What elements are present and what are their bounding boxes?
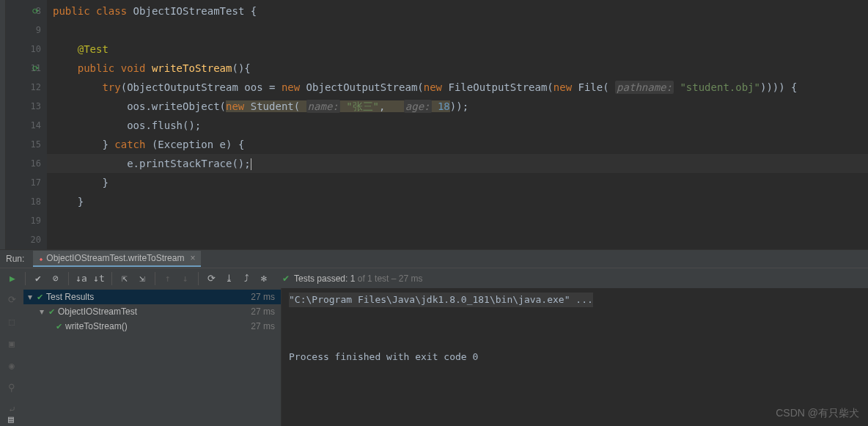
tree-time: 27 ms xyxy=(251,292,275,302)
tree-root[interactable]: ▾ ✔ Test Results 27 ms xyxy=(23,290,281,304)
stop-icon[interactable]: ⬚ xyxy=(4,313,20,329)
run-gutter-icon[interactable]: ⟳ xyxy=(32,7,39,16)
code-text: e.printStackTrace(); xyxy=(127,158,251,169)
line-number: 16 xyxy=(31,158,41,169)
keyword: new xyxy=(424,81,442,93)
code-text: , xyxy=(379,100,404,112)
check-icon: ✔ xyxy=(48,307,55,317)
code-text: Student( xyxy=(244,100,306,112)
history-icon[interactable]: ⟳ xyxy=(203,271,219,287)
prev-failed-icon[interactable]: ↑ xyxy=(160,271,176,287)
sort-duration-icon[interactable]: ↓t xyxy=(91,271,107,287)
line-number: 18 xyxy=(31,197,41,207)
keyword: public xyxy=(53,5,90,17)
check-icon: ✔ xyxy=(282,273,290,284)
line-number: 17 xyxy=(31,177,41,188)
next-failed-icon[interactable]: ↓ xyxy=(177,271,194,287)
line-number: 19 xyxy=(31,216,41,226)
chevron-down-icon[interactable]: ▾ xyxy=(40,306,48,317)
check-icon: ✔ xyxy=(37,293,43,302)
test-tree[interactable]: ▾ ✔ Test Results 27 ms ▾ ✔ ObjectIOStrea… xyxy=(23,288,282,426)
line-number: 20 xyxy=(31,235,41,245)
console-exit: Process finished with exit code 0 xyxy=(289,350,861,364)
tree-label: ObjectIOStreamTest xyxy=(58,306,137,317)
chevron-down-icon[interactable]: ▾ xyxy=(28,292,37,302)
rerun-icon[interactable]: ▶ xyxy=(4,271,21,287)
export-icon[interactable]: ⤴ xyxy=(238,271,254,287)
keyword: void xyxy=(121,62,146,74)
tree-method[interactable]: ✔ writeToStream() 27 ms xyxy=(23,319,281,334)
code-text: } xyxy=(102,139,114,150)
layout-icon[interactable]: ▣ xyxy=(4,335,20,351)
code-text: } xyxy=(102,177,108,188)
code-text: (Exception e) { xyxy=(145,139,244,150)
code-text: (ObjectOutputStream oos = xyxy=(121,81,282,93)
collapse-all-icon[interactable]: ⇲ xyxy=(134,271,150,287)
number-literal: 18 xyxy=(432,100,450,112)
param-hint: pathname: xyxy=(615,81,674,94)
code-text: } xyxy=(78,196,84,208)
line-number: 15 xyxy=(31,139,41,150)
status-passed: Tests passed: 1 xyxy=(294,273,355,284)
keyword: new xyxy=(553,81,572,93)
debug-icon[interactable]: ⟳ xyxy=(4,291,20,307)
gear-icon[interactable]: ✻ xyxy=(256,271,272,287)
pin-icon[interactable]: ⚲ xyxy=(4,379,20,395)
import-icon[interactable]: ⤓ xyxy=(221,271,237,287)
code-editor: 8⟳ 9 10 11⟳ 12 13 14 15 16 17 18 19 20 p… xyxy=(0,0,868,249)
annotation: @Test xyxy=(78,43,108,55)
run-tab[interactable]: ⬥ ObjectIOStreamTest.writeToStream × xyxy=(33,251,201,267)
code-text: ObjectOutputStream( xyxy=(300,81,424,93)
keyword: catch xyxy=(114,139,145,150)
bottom-tool-icon[interactable]: ▤ xyxy=(0,411,22,426)
keyword: public xyxy=(78,62,115,74)
param-hint: age: xyxy=(404,100,432,113)
string-literal: "张三" xyxy=(340,100,379,112)
test-status: ✔ Tests passed: 1 of 1 test – 27 ms xyxy=(282,273,422,284)
console-output[interactable]: "C:\Program Files\Java\jdk1.8.0_181\bin\… xyxy=(282,288,868,426)
run-toolbar: ▶ ✔ ⊘ ↓a ↓t ⇱ ⇲ ↑ ↓ ⟳ ⤓ ⤴ ✻ ✔ Tests pass… xyxy=(0,268,868,288)
code-text: FileOutputStream( xyxy=(442,81,553,93)
status-rest: of 1 test – 27 ms xyxy=(355,273,422,284)
tree-time: 27 ms xyxy=(251,321,275,331)
line-number: 10 xyxy=(31,44,41,54)
run-panel: Run: ⬥ ObjectIOStreamTest.writeToStream … xyxy=(0,249,868,426)
show-ignored-icon[interactable]: ⊘ xyxy=(48,271,64,287)
code-text: )))) { xyxy=(760,81,798,93)
tree-time: 27 ms xyxy=(251,306,275,317)
method-name: writeToStream xyxy=(152,62,232,74)
brace: { xyxy=(244,5,257,17)
keyword: new xyxy=(282,81,300,93)
parens: (){ xyxy=(232,62,250,74)
run-label: Run: xyxy=(6,254,24,264)
keyword: try xyxy=(102,81,120,93)
expand-all-icon[interactable]: ⇱ xyxy=(117,271,133,287)
tree-class[interactable]: ▾ ✔ ObjectIOStreamTest 27 ms xyxy=(23,304,281,319)
keyword: new xyxy=(226,100,244,112)
show-passed-icon[interactable]: ✔ xyxy=(30,271,46,287)
console-command: "C:\Program Files\Java\jdk1.8.0_181\bin\… xyxy=(289,293,593,307)
string-literal: "student.obj" xyxy=(674,81,760,93)
panel-tabs-bar: Run: ⬥ ObjectIOStreamTest.writeToStream … xyxy=(0,250,868,268)
code-content[interactable]: public class ObjectIOStreamTest { @Test … xyxy=(47,0,868,249)
code-text: oos.writeObject( xyxy=(127,100,226,112)
class-name: ObjectIOStreamTest xyxy=(133,5,245,17)
line-number: 13 xyxy=(31,101,41,111)
camera-icon[interactable]: ◉ xyxy=(4,357,20,373)
code-text: )); xyxy=(450,100,468,112)
sort-az-icon[interactable]: ↓a xyxy=(73,271,89,287)
keyword: class xyxy=(96,5,127,17)
panel-side-toolbar: ⟳ ⬚ ▣ ◉ ⚲ ⤶ xyxy=(0,288,23,426)
tree-label: Test Results xyxy=(46,292,94,302)
code-text: File( xyxy=(572,81,615,93)
left-sidebar-stripe xyxy=(0,0,6,249)
test-icon: ⬥ xyxy=(39,254,43,262)
close-icon[interactable]: × xyxy=(190,253,195,263)
tab-label: ObjectIOStreamTest.writeToStream xyxy=(46,253,184,263)
line-number: 14 xyxy=(31,120,41,131)
check-icon: ✔ xyxy=(56,322,62,331)
code-text: oos.flush(); xyxy=(127,120,201,131)
run-gutter-icon[interactable]: ⟳ xyxy=(32,64,39,73)
line-number: 12 xyxy=(31,82,41,92)
line-number: 9 xyxy=(36,25,41,35)
